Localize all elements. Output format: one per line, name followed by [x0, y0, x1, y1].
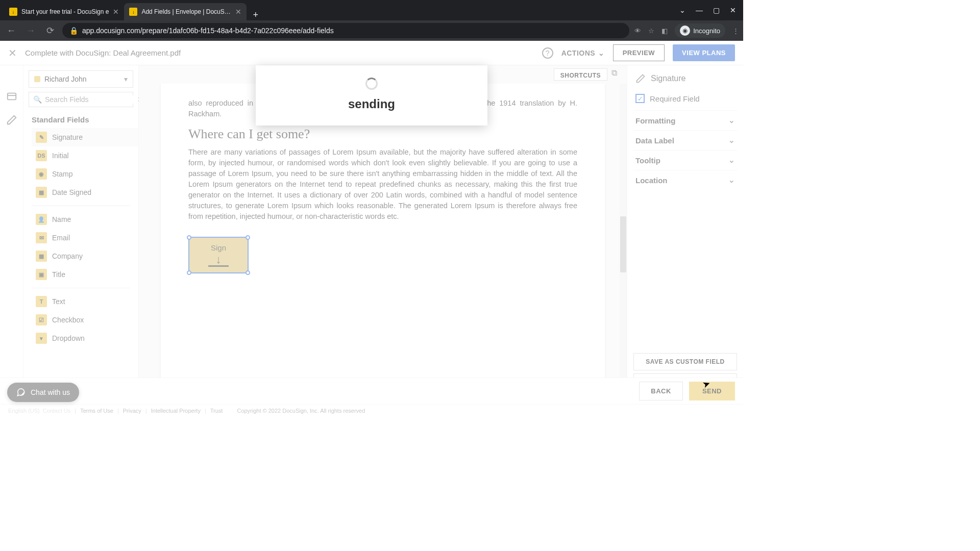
- chevron-down-icon: ⌄: [728, 176, 735, 185]
- forward-icon[interactable]: →: [23, 26, 38, 36]
- send-button[interactable]: SEND: [689, 382, 735, 400]
- field-checkbox[interactable]: ☑Checkbox: [32, 311, 138, 329]
- recipient-select[interactable]: Richard John ▾: [29, 70, 133, 88]
- close-icon[interactable]: ✕: [113, 8, 119, 16]
- accordion-label: Formatting: [635, 116, 675, 125]
- resize-handle-icon[interactable]: [187, 270, 191, 275]
- chat-button[interactable]: Chat with us: [7, 383, 79, 402]
- accordion-label: Tooltip: [635, 156, 660, 165]
- terms-link[interactable]: Terms of Use: [80, 408, 113, 414]
- svg-rect-0: [7, 93, 16, 100]
- accordion-formatting[interactable]: Formatting⌄: [633, 110, 737, 130]
- field-title[interactable]: ▣Title: [32, 265, 138, 284]
- save-custom-field-button[interactable]: SAVE AS CUSTOM FIELD: [633, 353, 737, 370]
- signature-icon: ✎: [36, 132, 47, 143]
- tab-title: Add Fields | Envelope | DocuSign: [141, 8, 231, 15]
- field-text[interactable]: TText: [32, 292, 138, 311]
- footer-bar: BACK SEND: [0, 378, 743, 404]
- minimize-icon[interactable]: ―: [696, 6, 703, 14]
- docusign-favicon: ↓: [9, 8, 17, 16]
- kebab-menu-icon[interactable]: ⋮: [732, 27, 739, 35]
- field-stamp[interactable]: ◉Stamp: [32, 165, 138, 183]
- tab-title: Start your free trial - DocuSign e: [21, 8, 109, 15]
- pen-tool-icon[interactable]: [6, 114, 17, 126]
- incognito-label: Incognito: [693, 27, 720, 35]
- properties-panel: Signature ✓ Required Field Formatting⌄ D…: [627, 65, 743, 396]
- search-field[interactable]: [45, 95, 134, 104]
- search-icon: 🔍: [33, 95, 42, 104]
- briefcase-icon: ▣: [36, 269, 47, 280]
- chevron-down-icon: ▾: [124, 75, 128, 83]
- incognito-badge: ◉ Incognito: [675, 23, 725, 38]
- field-dropdown[interactable]: ▾Dropdown: [32, 329, 138, 347]
- reload-icon[interactable]: ⟳: [43, 25, 57, 36]
- close-window-icon[interactable]: ✕: [730, 6, 736, 14]
- url-input[interactable]: 🔒 app.docusign.com/prepare/1dafc06b-fd15…: [62, 23, 629, 38]
- back-icon[interactable]: ←: [4, 26, 18, 36]
- browser-tab-1[interactable]: ↓ Start your free trial - DocuSign e ✕: [4, 3, 124, 20]
- accordion-tooltip[interactable]: Tooltip⌄: [633, 150, 737, 170]
- initial-icon: DS: [36, 150, 47, 161]
- field-label: Date Signed: [52, 188, 91, 196]
- sign-label: Sign: [211, 243, 226, 252]
- chevron-down-icon: ⌄: [728, 156, 735, 165]
- checkbox-icon: ✓: [635, 94, 645, 103]
- down-arrow-icon: ↓: [216, 253, 222, 266]
- url-text: app.docusign.com/prepare/1dafc06b-fd15-4…: [82, 27, 334, 35]
- ip-link[interactable]: Intellectual Property: [151, 408, 201, 414]
- tool-rail: [0, 65, 23, 396]
- actions-dropdown[interactable]: ACTIONS ⌄: [561, 49, 605, 57]
- required-field-checkbox[interactable]: ✓ Required Field: [633, 91, 737, 110]
- copy-icon[interactable]: ⧉: [611, 68, 622, 81]
- field-date-signed[interactable]: ▦Date Signed: [32, 183, 138, 202]
- chevron-down-icon[interactable]: ⌄: [679, 6, 685, 14]
- field-email[interactable]: ✉Email: [32, 229, 138, 247]
- resize-handle-icon[interactable]: [246, 270, 250, 275]
- field-label: Company: [52, 252, 83, 260]
- chat-label: Chat with us: [31, 388, 70, 396]
- field-label: Checkbox: [52, 316, 84, 324]
- browser-tab-2[interactable]: ↓ Add Fields | Envelope | DocuSign ✕: [124, 3, 247, 20]
- person-icon: 👤: [36, 214, 47, 225]
- privacy-link[interactable]: Privacy: [123, 408, 141, 414]
- heading: Where can I get some?: [188, 127, 577, 142]
- calendar-icon: ▦: [36, 187, 47, 198]
- chevron-down-icon: ⌄: [728, 116, 735, 125]
- new-tab-button[interactable]: +: [247, 10, 264, 20]
- search-fields-input[interactable]: 🔍 ✕: [29, 92, 133, 107]
- extension-icon[interactable]: ◧: [662, 27, 668, 35]
- maximize-icon[interactable]: ▢: [713, 6, 720, 14]
- resize-handle-icon[interactable]: [246, 235, 250, 240]
- resize-handle-icon[interactable]: [187, 235, 191, 240]
- star-icon[interactable]: ☆: [648, 27, 654, 35]
- trust-link[interactable]: Trust: [210, 408, 223, 414]
- back-button[interactable]: BACK: [639, 382, 683, 400]
- field-signature[interactable]: ✎Signature: [32, 128, 138, 146]
- document-page[interactable]: also reproduced in their exact original …: [161, 84, 605, 389]
- incognito-icon: ◉: [680, 26, 690, 36]
- field-initial[interactable]: DSInitial: [32, 146, 138, 165]
- field-company[interactable]: ▦Company: [32, 247, 138, 265]
- signature-field-placed[interactable]: Sign ↓: [188, 237, 249, 273]
- spinner-icon: [365, 78, 378, 90]
- field-name[interactable]: 👤Name: [32, 210, 138, 229]
- view-plans-button[interactable]: VIEW PLANS: [673, 44, 735, 61]
- accordion-data-label[interactable]: Data Label⌄: [633, 130, 737, 150]
- eye-off-icon[interactable]: 👁: [634, 27, 641, 35]
- shortcuts-button[interactable]: SHORTCUTS: [554, 68, 607, 81]
- help-icon[interactable]: ?: [542, 47, 553, 59]
- dropdown-icon: ▾: [36, 333, 47, 344]
- docusign-favicon: ↓: [129, 8, 137, 16]
- vertical-scrollbar[interactable]: [620, 84, 627, 389]
- field-label: Dropdown: [52, 334, 85, 342]
- fields-tool-icon[interactable]: [6, 91, 17, 102]
- field-label: Email: [52, 234, 70, 242]
- building-icon: ▦: [36, 251, 47, 262]
- field-label: Initial: [52, 152, 69, 160]
- preview-button[interactable]: PREVIEW: [613, 44, 665, 61]
- close-icon[interactable]: ✕: [8, 47, 17, 59]
- browser-tab-strip: ↓ Start your free trial - DocuSign e ✕ ↓…: [0, 0, 743, 20]
- field-label: Text: [52, 297, 65, 306]
- close-icon[interactable]: ✕: [235, 8, 241, 16]
- accordion-location[interactable]: Location⌄: [633, 170, 737, 190]
